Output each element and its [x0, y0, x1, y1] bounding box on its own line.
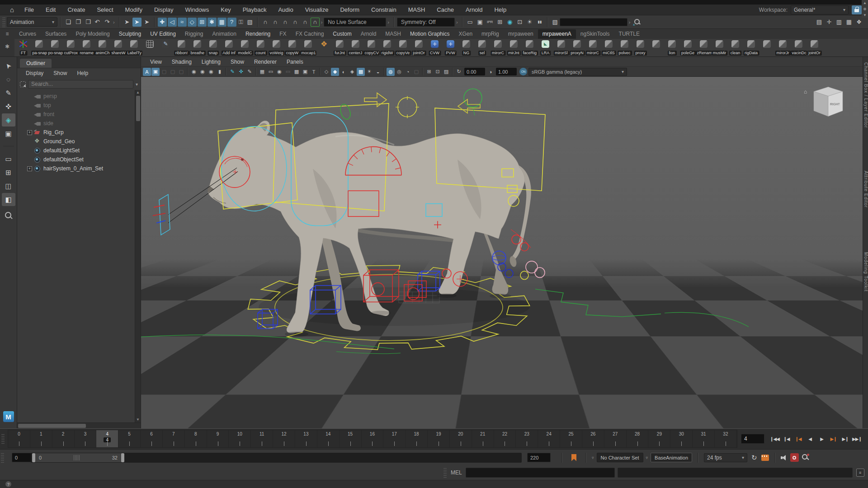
- shelf-tab[interactable]: UV Editing: [146, 29, 180, 39]
- viewport-menu-item[interactable]: View: [146, 59, 166, 65]
- range-slider-track[interactable]: 0 32: [31, 453, 522, 463]
- frame-cell[interactable]: 4 4: [96, 430, 118, 447]
- frame-cell[interactable]: 15 15: [340, 430, 362, 447]
- frame-cell[interactable]: 5 5: [118, 430, 141, 447]
- viewport-menu-item[interactable]: Lighting: [197, 59, 225, 65]
- render-frame-icon[interactable]: ▣: [476, 18, 485, 27]
- motion-blur-icon[interactable]: ◎: [395, 68, 403, 76]
- shelf-button[interactable]: zRenam: [696, 39, 712, 56]
- lights-icon[interactable]: ☀: [365, 68, 373, 76]
- exposure-icon[interactable]: ↻: [455, 68, 463, 76]
- frame-cell[interactable]: 18 18: [406, 430, 428, 447]
- play-backwards-button[interactable]: ◀: [804, 433, 816, 444]
- shelf-button[interactable]: proxyN: [569, 39, 585, 56]
- xray-icon[interactable]: ⊡: [434, 68, 442, 76]
- lasso-tool[interactable]: ◌: [2, 73, 15, 86]
- menu-item[interactable]: Edit: [40, 5, 61, 15]
- frame-cell[interactable]: 26 26: [582, 430, 604, 447]
- shelf-button[interactable]: mirorJr: [775, 39, 791, 56]
- magnet-grid-icon[interactable]: ∩: [261, 18, 270, 27]
- menu-item[interactable]: Arnold: [460, 5, 489, 15]
- shelf-button[interactable]: rename: [79, 39, 94, 56]
- pivot-icon[interactable]: ✜: [237, 68, 245, 76]
- textured-icon[interactable]: ◐: [340, 68, 348, 76]
- shelf-gear-icon[interactable]: ✱: [5, 43, 9, 50]
- shelf-button[interactable]: animCh: [94, 39, 110, 56]
- snap-curve-icon[interactable]: ◁: [168, 18, 177, 27]
- menu-set-dropdown[interactable]: Animation: [7, 17, 57, 27]
- search-icon[interactable]: x: [633, 19, 641, 26]
- highlight-selection-icon[interactable]: ▧: [245, 18, 255, 27]
- search-input[interactable]: [28, 80, 133, 89]
- step-back-frame-button[interactable]: ❙◀: [781, 433, 792, 444]
- shelf-tab[interactable]: mrpRig: [477, 29, 504, 39]
- wireframe-icon[interactable]: ◇: [322, 68, 330, 76]
- magnet-live-icon[interactable]: ∩: [311, 18, 320, 27]
- frame-cell[interactable]: 0 0: [8, 430, 30, 447]
- shelf-tab[interactable]: TURTLE: [614, 29, 644, 39]
- select-hierarchy-icon[interactable]: ➤: [123, 18, 132, 27]
- menu-item[interactable]: Select: [91, 5, 119, 15]
- shelf-button[interactable]: ribbon!: [174, 39, 189, 56]
- scroll-down-icon[interactable]: ▼: [136, 418, 140, 422]
- frame-cell[interactable]: 1 1: [30, 430, 52, 447]
- shelf-tab[interactable]: Rigging: [180, 29, 208, 39]
- shelf-button[interactable]: pa-snap: [31, 39, 47, 56]
- layout-two-pane[interactable]: ◫: [2, 179, 15, 192]
- character-set-dropdown[interactable]: No Character Set: [597, 453, 643, 462]
- render-settings-icon[interactable]: ⊡: [515, 18, 524, 27]
- light-editor-icon[interactable]: ☀: [525, 18, 534, 27]
- frame-cell[interactable]: 20 20: [450, 430, 472, 447]
- outliner-item[interactable]: + defaultObjectSet: [17, 155, 135, 164]
- move-tool[interactable]: ✜: [2, 100, 15, 113]
- shelf-button[interactable]: centerJ: [348, 39, 363, 56]
- outliner-item[interactable]: + top: [17, 101, 135, 110]
- shelf-button[interactable]: musMir: [712, 39, 727, 56]
- magnet-point-icon[interactable]: ∩: [281, 18, 290, 27]
- shelf-button[interactable]: rigidW: [379, 39, 395, 56]
- shelf-button[interactable]: mirorC: [490, 39, 506, 56]
- animation-layer-field[interactable]: BaseAnimation: [651, 453, 692, 462]
- command-language-label[interactable]: MEL: [451, 469, 462, 476]
- layout-single-pane[interactable]: ▭: [2, 152, 15, 165]
- shelf-scrollbar[interactable]: ▲ ▼: [862, 0, 868, 18]
- menu-item[interactable]: Display: [148, 5, 179, 15]
- shelf-button[interactable]: [158, 39, 174, 56]
- edit-icon[interactable]: ✎: [245, 68, 254, 76]
- shelf-button[interactable]: [648, 39, 664, 56]
- scale-tool[interactable]: ▣: [2, 127, 15, 140]
- live-surface-field[interactable]: No Live Surface: [324, 18, 386, 27]
- shelf-button[interactable]: cutProx: [63, 39, 79, 56]
- outliner-vscrollbar[interactable]: ▲ ▼: [135, 90, 141, 422]
- shelf-tab[interactable]: Motion Graphics: [406, 29, 454, 39]
- script-editor-icon[interactable]: ≡: [856, 469, 864, 477]
- range-grip[interactable]: [74, 455, 80, 460]
- frame-cell[interactable]: 30 30: [670, 430, 693, 447]
- gamma-field[interactable]: 1.00: [496, 68, 517, 75]
- materials-icon[interactable]: ◈: [348, 68, 356, 76]
- shelf-button[interactable]: [316, 39, 332, 56]
- frame-cell[interactable]: 29 29: [648, 430, 670, 447]
- expand-toggle[interactable]: +: [27, 130, 32, 135]
- shelf-button[interactable]: proxy: [632, 39, 648, 56]
- menu-item[interactable]: Modify: [119, 5, 148, 15]
- shelf-button[interactable]: rigData: [743, 39, 759, 56]
- shelf-button[interactable]: copyVe: [395, 39, 411, 56]
- frame-strip[interactable]: 0 0 1 1 2 2 3 3: [8, 430, 737, 448]
- render-sequence-icon[interactable]: ⊞: [495, 18, 505, 27]
- isolate-select-icon[interactable]: ⊞: [425, 68, 433, 76]
- viewport-scene[interactable]: ⌂ RIGHT: [141, 77, 863, 428]
- shadows-icon[interactable]: ◒: [374, 68, 382, 76]
- frame-cell[interactable]: 32 32: [715, 430, 737, 447]
- magnet-viewplane-icon[interactable]: ∩: [301, 18, 310, 27]
- toggle-icon[interactable]: ▢: [169, 68, 177, 76]
- shelf-button[interactable]: breathe: [189, 39, 205, 56]
- playblast-icon[interactable]: [761, 455, 769, 461]
- frame-cell[interactable]: 28 28: [627, 430, 649, 447]
- range-slider-bar[interactable]: 0 32: [33, 453, 123, 462]
- home-icon[interactable]: ⌂: [804, 89, 807, 95]
- shelf-button[interactable]: polvec: [617, 39, 632, 56]
- shelf-button[interactable]: PVW: [443, 39, 458, 56]
- shelf-tab[interactable]: Surfaces: [41, 29, 71, 39]
- outliner-menu-item[interactable]: Help: [73, 70, 92, 76]
